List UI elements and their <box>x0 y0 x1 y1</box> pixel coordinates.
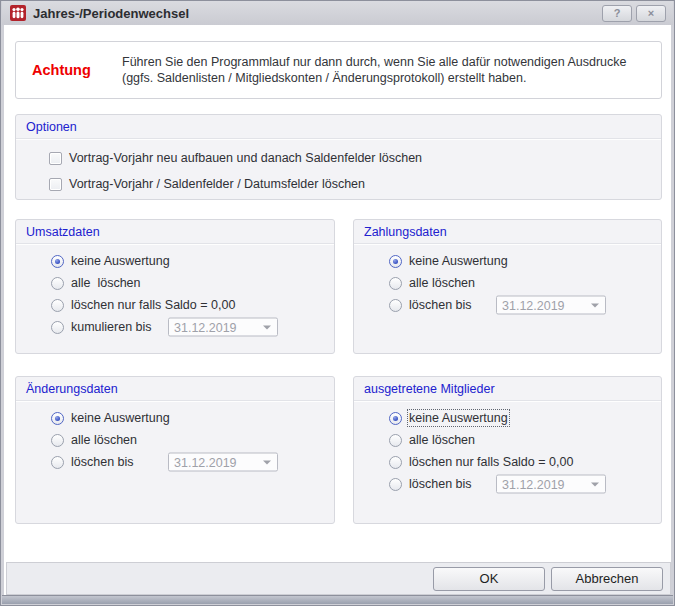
warning-box: Achtung Führen Sie den Programmlauf nur … <box>15 41 662 99</box>
radio-row-kumulieren-bis[interactable]: kumulieren bis 31.12.2019 <box>16 316 334 338</box>
radio-row-loeschen-bis[interactable]: löschen bis 31.12.2019 <box>16 451 334 473</box>
help-button[interactable]: ? <box>602 5 632 22</box>
group-ausgetretene-mitglieder-body: keine Auswertung alle löschen löschen nu… <box>354 401 661 495</box>
radio-selected-icon[interactable] <box>51 255 64 268</box>
footer-bar: OK Abbrechen <box>6 562 671 595</box>
app-icon <box>10 5 26 21</box>
radio-label: alle löschen <box>409 276 475 290</box>
date-value: 31.12.2019 <box>174 455 237 469</box>
checkbox-label: Vortrag-Vorjahr / Saldenfelder / Datumsf… <box>69 177 365 191</box>
date-value: 31.12.2019 <box>174 320 237 334</box>
radio-label: löschen bis <box>409 477 472 491</box>
radio-label: kumulieren bis <box>71 320 152 334</box>
warning-label: Achtung <box>32 62 122 78</box>
radio-row-loeschen-bis[interactable]: löschen bis 31.12.2019 <box>354 294 661 316</box>
radio-row-alle-loeschen[interactable]: alle löschen <box>16 429 334 451</box>
date-value: 31.12.2019 <box>502 477 565 491</box>
radio-icon[interactable] <box>51 321 64 334</box>
group-ausgetretene-mitglieder-title: ausgetretene Mitglieder <box>354 377 661 401</box>
ok-button[interactable]: OK <box>433 567 545 591</box>
checkbox-label: Vortrag-Vorjahr neu aufbauen und danach … <box>69 151 422 165</box>
radio-selected-icon[interactable] <box>389 255 402 268</box>
radio-icon[interactable] <box>389 277 402 290</box>
close-button[interactable]: × <box>636 5 666 22</box>
radio-row-keine-auswertung[interactable]: keine Auswertung <box>16 407 334 429</box>
radio-label: keine Auswertung <box>71 411 170 425</box>
chevron-down-icon <box>263 460 271 464</box>
warning-line-2: (ggfs. Saldenlisten / Mitgliedskonten / … <box>122 70 626 86</box>
date-combobox[interactable]: 31.12.2019 <box>496 475 606 494</box>
radio-row-alle-loeschen[interactable]: alle löschen <box>354 272 661 294</box>
checkbox-row-vortrag-neu-aufbauen[interactable]: Vortrag-Vorjahr neu aufbauen und danach … <box>16 145 661 171</box>
radio-label-focused: keine Auswertung <box>409 411 508 425</box>
chevron-down-icon <box>591 303 599 307</box>
radio-label: löschen bis <box>71 455 134 469</box>
radio-label: löschen nur falls Saldo = 0,00 <box>71 298 235 312</box>
group-umsatzdaten-title: Umsatzdaten <box>16 220 334 244</box>
radio-icon[interactable] <box>51 434 64 447</box>
warning-text: Führen Sie den Programmlauf nur dann dur… <box>122 54 626 86</box>
radio-label: keine Auswertung <box>409 254 508 268</box>
group-aenderungsdaten-title: Änderungsdaten <box>16 377 334 401</box>
group-zahlungsdaten-title: Zahlungsdaten <box>354 220 661 244</box>
radio-icon[interactable] <box>51 456 64 469</box>
group-umsatzdaten-body: keine Auswertung alle löschen löschen nu… <box>16 244 334 338</box>
cancel-button[interactable]: Abbrechen <box>551 567 663 591</box>
radio-selected-icon[interactable] <box>389 412 402 425</box>
radio-label: keine Auswertung <box>71 254 170 268</box>
radio-row-keine-auswertung[interactable]: keine Auswertung <box>16 250 334 272</box>
radio-row-alle-loeschen[interactable]: alle löschen <box>16 272 334 294</box>
date-combobox[interactable]: 31.12.2019 <box>496 296 606 315</box>
radio-row-keine-auswertung[interactable]: keine Auswertung <box>354 407 661 429</box>
window-bottom-edge <box>2 595 673 604</box>
radio-row-loeschen-bis[interactable]: löschen bis 31.12.2019 <box>354 473 661 495</box>
date-combobox[interactable]: 31.12.2019 <box>168 318 278 337</box>
date-combobox[interactable]: 31.12.2019 <box>168 453 278 472</box>
radio-icon[interactable] <box>389 478 402 491</box>
group-zahlungsdaten: Zahlungsdaten keine Auswertung alle lösc… <box>353 219 662 354</box>
group-aenderungsdaten: Änderungsdaten keine Auswertung alle lös… <box>15 376 335 524</box>
date-value: 31.12.2019 <box>502 298 565 312</box>
radio-row-keine-auswertung[interactable]: keine Auswertung <box>354 250 661 272</box>
radio-row-loeschen-falls-saldo[interactable]: löschen nur falls Saldo = 0,00 <box>354 451 661 473</box>
radio-icon[interactable] <box>51 299 64 312</box>
radio-icon[interactable] <box>389 299 402 312</box>
group-optionen: Optionen Vortrag-Vorjahr neu aufbauen un… <box>15 114 662 200</box>
group-umsatzdaten: Umsatzdaten keine Auswertung alle lösche… <box>15 219 335 354</box>
titlebar: Jahres-/Periodenwechsel ? × <box>2 1 673 25</box>
checkbox-icon[interactable] <box>49 152 62 165</box>
radio-label: löschen nur falls Saldo = 0,00 <box>409 455 573 469</box>
chevron-down-icon <box>591 482 599 486</box>
radio-selected-icon[interactable] <box>51 412 64 425</box>
group-optionen-title: Optionen <box>16 115 661 139</box>
radio-label: alle löschen <box>409 433 475 447</box>
radio-label: alle löschen <box>71 433 137 447</box>
group-zahlungsdaten-body: keine Auswertung alle löschen löschen bi… <box>354 244 661 316</box>
caption-buttons: ? × <box>602 5 666 22</box>
radio-label: löschen bis <box>409 298 472 312</box>
window-title: Jahres-/Periodenwechsel <box>33 6 189 21</box>
radio-icon[interactable] <box>389 456 402 469</box>
warning-line-1: Führen Sie den Programmlauf nur dann dur… <box>122 54 626 70</box>
radio-row-alle-loeschen[interactable]: alle löschen <box>354 429 661 451</box>
checkbox-row-vortrag-loeschen[interactable]: Vortrag-Vorjahr / Saldenfelder / Datumsf… <box>16 171 661 197</box>
chevron-down-icon <box>263 325 271 329</box>
group-optionen-body: Vortrag-Vorjahr neu aufbauen und danach … <box>16 139 661 197</box>
radio-row-loeschen-falls-saldo[interactable]: löschen nur falls Saldo = 0,00 <box>16 294 334 316</box>
radio-label: alle löschen <box>71 276 141 290</box>
checkbox-icon[interactable] <box>49 178 62 191</box>
group-aenderungsdaten-body: keine Auswertung alle löschen löschen bi… <box>16 401 334 473</box>
radio-icon[interactable] <box>389 434 402 447</box>
radio-icon[interactable] <box>51 277 64 290</box>
dialog-window: Jahres-/Periodenwechsel ? × Achtung Führ… <box>0 0 675 606</box>
group-ausgetretene-mitglieder: ausgetretene Mitglieder keine Auswertung… <box>353 376 662 524</box>
